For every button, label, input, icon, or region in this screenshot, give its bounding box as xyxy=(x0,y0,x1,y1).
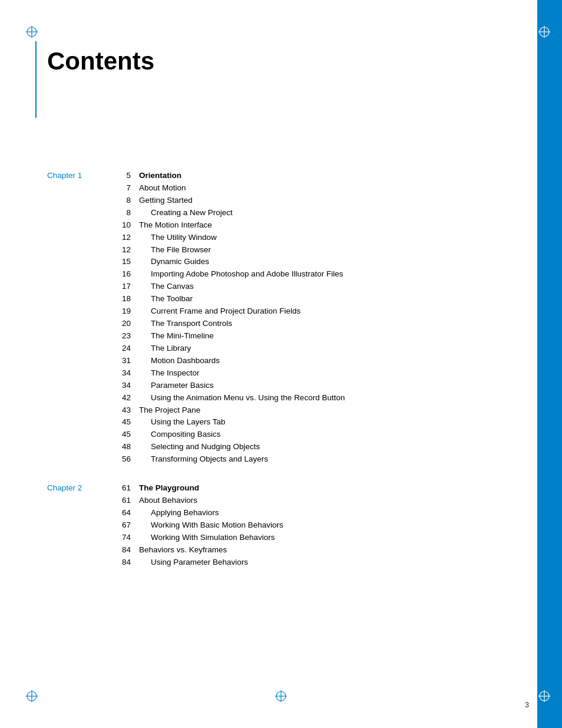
toc-row: 84Using Parameter Behaviors xyxy=(47,556,502,569)
toc-entry-title: Motion Dashboards xyxy=(139,355,502,367)
content-area: Contents Chapter 15Orientation7About Mot… xyxy=(0,0,537,621)
reg-mark-bottom-center xyxy=(274,689,288,703)
toc-entry-title: The Library xyxy=(139,342,502,355)
toc-entry-title: Behaviors vs. Keyframes xyxy=(139,544,502,556)
toc-row: 42Using the Animation Menu vs. Using the… xyxy=(47,392,502,404)
toc-page-number: 74 xyxy=(112,532,139,544)
toc-entry-title: Importing Adobe Photoshop and Adobe Illu… xyxy=(139,268,502,281)
toc-entry-title: Working With Simulation Behaviors xyxy=(139,532,502,544)
toc-page-number: 15 xyxy=(112,256,139,268)
page-title: Contents xyxy=(47,35,502,75)
toc-entry-title: Parameter Basics xyxy=(139,380,502,392)
toc-entry-title: Using Parameter Behaviors xyxy=(139,556,502,569)
toc-page-number: 56 xyxy=(112,453,139,466)
toc-row: 10The Motion Interface xyxy=(47,219,502,232)
toc-entry-title: Orientation xyxy=(139,170,502,182)
toc-page-number: 42 xyxy=(112,392,139,404)
toc-row: 7About Motion xyxy=(47,182,502,195)
toc-row: 24The Library xyxy=(47,342,502,355)
toc-row: 84Behaviors vs. Keyframes xyxy=(47,544,502,556)
toc-entry-title: Working With Basic Motion Behaviors xyxy=(139,519,502,532)
toc-page-number: 16 xyxy=(112,268,139,281)
toc-page-number: 12 xyxy=(112,244,139,256)
toc-page-number: 20 xyxy=(112,318,139,330)
chapter2-toc: Chapter 261The Playground61About Behavio… xyxy=(47,482,502,568)
toc-row: 23The Mini-Timeline xyxy=(47,330,502,342)
toc-page-number: 17 xyxy=(112,281,139,293)
chapter-label: Chapter 2 xyxy=(47,482,112,495)
toc-row: 8Getting Started xyxy=(47,195,502,207)
toc-entry-title: Compositing Basics xyxy=(139,429,502,441)
reg-mark-bottom-right xyxy=(537,689,551,703)
title-section: Contents xyxy=(47,35,502,75)
toc-page-number: 45 xyxy=(112,429,139,441)
toc-page-number: 34 xyxy=(112,380,139,392)
toc-page-number: 12 xyxy=(112,232,139,244)
toc-entry-title: Transforming Objects and Layers xyxy=(139,453,502,466)
toc-entry-title: Getting Started xyxy=(139,195,502,207)
toc-row: 64Applying Behaviors xyxy=(47,507,502,519)
toc-page-number: 24 xyxy=(112,342,139,355)
toc-page-number: 23 xyxy=(112,330,139,342)
toc-page-number: 19 xyxy=(112,305,139,318)
toc-row: 31Motion Dashboards xyxy=(47,355,502,367)
toc-row: 43The Project Pane xyxy=(47,404,502,417)
reg-mark-top-right xyxy=(537,25,551,39)
toc-entry-title: The Transport Controls xyxy=(139,318,502,330)
toc-row: 34Parameter Basics xyxy=(47,380,502,392)
toc-row: Chapter 261The Playground xyxy=(47,482,502,495)
toc-entry-title: The File Browser xyxy=(139,244,502,256)
toc-page-number: 84 xyxy=(112,544,139,556)
toc-row: 61About Behaviors xyxy=(47,495,502,507)
title-decoration-line xyxy=(35,41,37,118)
toc-entry-title: The Inspector xyxy=(139,367,502,380)
toc-entry-title: The Toolbar xyxy=(139,293,502,305)
toc-row: 15Dynamic Guides xyxy=(47,256,502,268)
chapter1-toc: Chapter 15Orientation7About Motion8Getti… xyxy=(47,170,502,466)
toc-page-number: 7 xyxy=(112,182,139,195)
toc-page-number: 48 xyxy=(112,441,139,453)
toc-row: 18The Toolbar xyxy=(47,293,502,305)
toc-page-number: 34 xyxy=(112,367,139,380)
toc-page-number: 5 xyxy=(112,170,139,182)
toc-page-number: 67 xyxy=(112,519,139,532)
toc-page-number: 61 xyxy=(112,495,139,507)
toc-entry-title: About Motion xyxy=(139,182,502,195)
toc-row: 74Working With Simulation Behaviors xyxy=(47,532,502,544)
toc-page-number: 84 xyxy=(112,556,139,569)
toc-entry-title: The Mini-Timeline xyxy=(139,330,502,342)
toc-row: 56Transforming Objects and Layers xyxy=(47,453,502,466)
toc-entry-title: Applying Behaviors xyxy=(139,507,502,519)
toc-row: 45Compositing Basics xyxy=(47,429,502,441)
chapter-label: Chapter 1 xyxy=(47,170,112,182)
toc-page-number: 10 xyxy=(112,219,139,232)
toc-page-number: 43 xyxy=(112,404,139,417)
toc-entry-title: Dynamic Guides xyxy=(139,256,502,268)
toc-entry-title: Selecting and Nudging Objects xyxy=(139,441,502,453)
toc-row: 34The Inspector xyxy=(47,367,502,380)
toc-entry-title: The Playground xyxy=(139,482,502,495)
toc-row: Chapter 15Orientation xyxy=(47,170,502,182)
toc-row: 12The Utility Window xyxy=(47,232,502,244)
toc-page-number: 18 xyxy=(112,293,139,305)
toc-row: 8Creating a New Project xyxy=(47,207,502,219)
toc-entry-title: About Behaviors xyxy=(139,495,502,507)
toc-page-number: 8 xyxy=(112,195,139,207)
toc-row: 20The Transport Controls xyxy=(47,318,502,330)
toc-row: 45Using the Layers Tab xyxy=(47,416,502,429)
blue-sidebar xyxy=(537,0,562,728)
toc-row: 67Working With Basic Motion Behaviors xyxy=(47,519,502,532)
toc-page-number: 31 xyxy=(112,355,139,367)
toc-row: 48Selecting and Nudging Objects xyxy=(47,441,502,453)
toc-entry-title: The Utility Window xyxy=(139,232,502,244)
toc-page-number: 45 xyxy=(112,416,139,429)
toc-page-number: 64 xyxy=(112,507,139,519)
toc-page-number: 8 xyxy=(112,207,139,219)
toc-entry-title: The Canvas xyxy=(139,281,502,293)
toc-entry-title: The Project Pane xyxy=(139,404,502,417)
toc-row: 12The File Browser xyxy=(47,244,502,256)
page-number: 3 xyxy=(525,700,529,709)
toc-row: 19Current Frame and Project Duration Fie… xyxy=(47,305,502,318)
toc-entry-title: The Motion Interface xyxy=(139,219,502,232)
toc-row: 17The Canvas xyxy=(47,281,502,293)
